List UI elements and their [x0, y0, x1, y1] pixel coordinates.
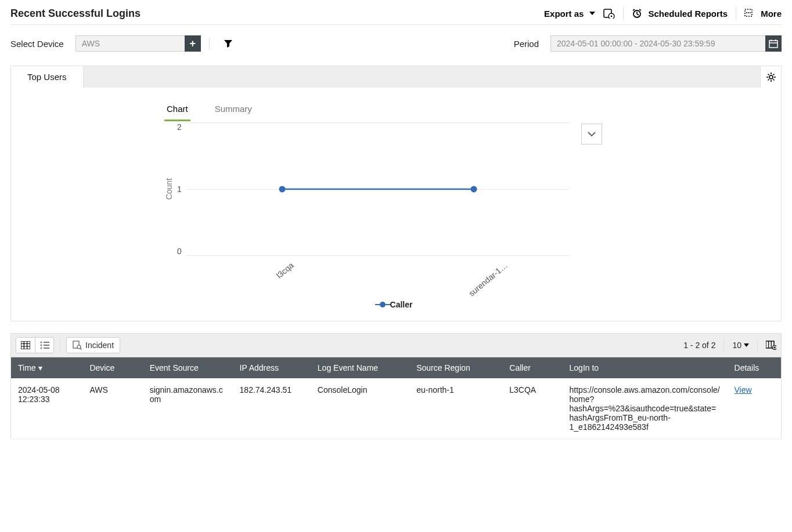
- incident-label: Incident: [85, 341, 114, 350]
- ytick: 0: [177, 247, 182, 256]
- col-ip[interactable]: IP Address: [233, 357, 311, 378]
- caret-down-icon: [744, 343, 749, 347]
- svg-point-15: [40, 345, 42, 346]
- calendar-button[interactable]: [765, 35, 782, 52]
- list-icon: [40, 341, 49, 349]
- cell-region: eu-north-1: [409, 378, 502, 439]
- page-title: Recent Successful Logins: [10, 8, 544, 20]
- cell-log-event: ConsoleLogin: [311, 378, 409, 439]
- divider: [623, 7, 624, 20]
- col-caller[interactable]: Caller: [502, 357, 562, 378]
- svg-rect-13: [21, 341, 30, 349]
- more-label: More: [761, 9, 782, 19]
- more-button[interactable]: More: [744, 9, 782, 19]
- table-header-row: Time▾ Device Event Source IP Address Log…: [11, 357, 782, 378]
- cell-ip: 182.74.243.51: [233, 378, 311, 439]
- chevron-down-icon: [587, 131, 596, 137]
- device-value[interactable]: AWS: [75, 35, 185, 52]
- divider: [736, 7, 736, 20]
- ytick: 1: [177, 184, 182, 194]
- device-select[interactable]: AWS +: [75, 35, 201, 52]
- export-as-label: Export as: [544, 9, 584, 19]
- filter-icon[interactable]: [224, 39, 233, 48]
- col-event-source[interactable]: Event Source: [143, 357, 233, 378]
- page-size-dropdown[interactable]: 10: [732, 341, 749, 350]
- header-actions: Export as Scheduled Reports More: [544, 7, 782, 20]
- chart-subtabs: Chart Summary: [164, 99, 764, 121]
- col-device[interactable]: Device: [82, 357, 142, 378]
- svg-rect-8: [769, 41, 777, 48]
- filter-row: Select Device AWS + Period 2024-05-01 00…: [10, 25, 782, 62]
- svg-point-18: [77, 345, 81, 349]
- col-details[interactable]: Details: [728, 357, 782, 378]
- chart-yaxis: 2 1 0: [177, 122, 186, 256]
- table-toolbar: Incident 1 - 2 of 2 10: [10, 333, 782, 357]
- view-link[interactable]: View: [735, 385, 752, 395]
- legend-marker-icon: [380, 302, 386, 307]
- divider: [60, 339, 60, 352]
- export-settings-icon[interactable]: [603, 8, 615, 19]
- svg-point-2: [611, 16, 613, 17]
- svg-point-11: [279, 186, 285, 193]
- cell-time: 2024-05-08 12:23:33: [11, 378, 83, 439]
- gear-icon: [766, 73, 776, 82]
- header-row: Recent Successful Logins Export as Sched…: [10, 5, 782, 25]
- scheduled-reports-label: Scheduled Reports: [648, 9, 728, 19]
- period-label: Period: [514, 39, 539, 49]
- top-users-panel: Top Users Chart Summary Count 2 1 0: [10, 66, 782, 321]
- search-doc-icon: [73, 341, 82, 350]
- col-login-to[interactable]: LogIn to: [563, 357, 728, 378]
- results-table: Time▾ Device Event Source IP Address Log…: [10, 357, 782, 439]
- legend-item[interactable]: Caller: [380, 300, 413, 309]
- columns-settings-button[interactable]: [766, 341, 776, 350]
- export-as-dropdown[interactable]: Export as: [544, 9, 595, 19]
- col-log-event[interactable]: Log Event Name: [311, 357, 409, 378]
- list-view-button[interactable]: [35, 338, 53, 353]
- xtick: surendar-1…: [467, 260, 509, 298]
- cell-details: View: [728, 378, 782, 439]
- svg-point-5: [746, 12, 747, 13]
- alarm-clock-icon: [632, 8, 642, 19]
- panel-tabs: Top Users: [11, 66, 781, 88]
- chart-plot: [186, 122, 570, 256]
- subtab-chart[interactable]: Chart: [164, 99, 190, 121]
- select-device-label: Select Device: [10, 39, 64, 49]
- calendar-icon: [769, 39, 778, 48]
- chart-ylabel: Count: [164, 178, 174, 200]
- cell-device: AWS: [82, 378, 142, 439]
- incident-button[interactable]: Incident: [66, 337, 120, 353]
- chart-line: [186, 122, 570, 256]
- svg-point-7: [750, 12, 751, 13]
- chart-collapse-button[interactable]: [581, 124, 602, 144]
- chart-wrap: Count 2 1 0: [28, 122, 764, 256]
- legend-label: Caller: [390, 300, 413, 309]
- view-mode-buttons: [16, 337, 54, 353]
- grid-view-button[interactable]: [16, 338, 35, 353]
- divider: [757, 339, 758, 352]
- grid-icon: [21, 341, 30, 349]
- xtick: l3cqa: [275, 260, 296, 280]
- chart-legend: Caller: [28, 300, 764, 309]
- tab-top-users[interactable]: Top Users: [11, 66, 84, 88]
- divider: [723, 339, 724, 352]
- period-value[interactable]: 2024-05-01 00:00:00 - 2024-05-30 23:59:5…: [550, 35, 765, 52]
- svg-point-12: [470, 186, 477, 193]
- add-device-button[interactable]: +: [185, 35, 201, 52]
- cell-caller: L3CQA: [502, 378, 562, 439]
- svg-point-16: [40, 348, 42, 349]
- svg-point-6: [748, 12, 749, 13]
- more-icon: [744, 9, 755, 18]
- columns-icon: [766, 341, 776, 350]
- sort-desc-icon: ▾: [38, 363, 42, 372]
- subtab-summary[interactable]: Summary: [213, 99, 254, 121]
- scheduled-reports-button[interactable]: Scheduled Reports: [632, 8, 728, 19]
- col-source-region[interactable]: Source Region: [409, 357, 502, 378]
- table-row: 2024-05-08 12:23:33 AWS signin.amazonaws…: [11, 378, 782, 439]
- svg-point-9: [769, 75, 773, 79]
- period-picker[interactable]: 2024-05-01 00:00:00 - 2024-05-30 23:59:5…: [550, 35, 782, 52]
- col-time[interactable]: Time▾: [11, 357, 83, 378]
- page-size-value: 10: [732, 341, 741, 350]
- cell-event-source: signin.amazonaws.com: [143, 378, 233, 439]
- svg-point-14: [40, 342, 42, 343]
- panel-settings-button[interactable]: [760, 66, 781, 88]
